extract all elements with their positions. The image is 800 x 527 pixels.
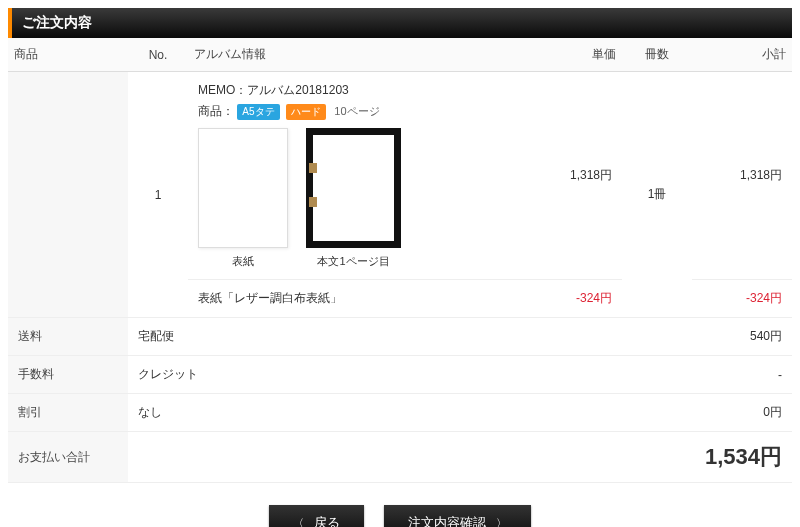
fee-method: クレジット xyxy=(128,356,692,394)
discount-label: 割引 xyxy=(8,394,128,432)
cell-product xyxy=(8,72,128,318)
thumb-page-wrap: 本文1ページ目 xyxy=(306,128,401,269)
cell-discount-label: 表紙「レザー調白布表紙」 xyxy=(188,280,542,318)
memo-value: アルバム20181203 xyxy=(247,83,348,97)
shipping-label: 送料 xyxy=(8,318,128,356)
confirm-button-label: 注文内容確認 xyxy=(408,514,486,527)
total-row: お支払い合計 1,534円 xyxy=(8,432,792,483)
th-qty: 冊数 xyxy=(622,38,692,72)
discount-method: なし xyxy=(128,394,692,432)
thumb-page xyxy=(306,128,401,248)
cell-discount-price: -324円 xyxy=(542,280,622,318)
thumb-cover xyxy=(198,128,288,248)
cell-discount-sub: -324円 xyxy=(692,280,792,318)
discount-row: 割引 なし 0円 xyxy=(8,394,792,432)
item-row: 1 MEMO：アルバム20181203 商品： A5タテ ハード 10ページ xyxy=(8,72,792,280)
total-spacer xyxy=(128,432,692,483)
cell-unit-price: 1,318円 xyxy=(542,72,622,280)
th-sub: 小計 xyxy=(692,38,792,72)
shipping-row: 送料 宅配便 540円 xyxy=(8,318,792,356)
button-row: 〈 戻る 注文内容確認 〉 xyxy=(8,483,792,527)
spec-line: 商品： A5タテ ハード 10ページ xyxy=(198,103,532,120)
back-button[interactable]: 〈 戻る xyxy=(269,505,364,527)
order-table: 商品 No. アルバム情報 単価 冊数 小計 1 MEMO：アルバム201812… xyxy=(8,38,792,483)
confirm-button[interactable]: 注文内容確認 〉 xyxy=(384,505,531,527)
badge-size: A5タテ xyxy=(237,104,279,120)
chevron-left-icon: 〈 xyxy=(293,516,304,528)
thumb-cover-wrap: 表紙 xyxy=(198,128,288,269)
section-heading: ご注文内容 xyxy=(8,8,792,38)
shipping-value: 540円 xyxy=(692,318,792,356)
total-value: 1,534円 xyxy=(692,432,792,483)
back-button-label: 戻る xyxy=(314,514,340,527)
fee-value: - xyxy=(692,356,792,394)
cell-qty: 1冊 xyxy=(622,72,692,318)
shipping-method: 宅配便 xyxy=(128,318,692,356)
th-no: No. xyxy=(128,38,188,72)
th-price: 単価 xyxy=(542,38,622,72)
thumb-page-caption: 本文1ページ目 xyxy=(317,254,389,269)
fee-label: 手数料 xyxy=(8,356,128,394)
discount-value: 0円 xyxy=(692,394,792,432)
total-label: お支払い合計 xyxy=(8,432,128,483)
th-info: アルバム情報 xyxy=(188,38,542,72)
memo-prefix: MEMO： xyxy=(198,83,247,97)
cell-info: MEMO：アルバム20181203 商品： A5タテ ハード 10ページ 表紙 xyxy=(188,72,542,280)
thumbnails: 表紙 本文1ページ目 xyxy=(198,128,532,269)
cell-no: 1 xyxy=(128,72,188,318)
fee-row: 手数料 クレジット - xyxy=(8,356,792,394)
chevron-right-icon: 〉 xyxy=(496,516,507,528)
page-count: 10ページ xyxy=(334,105,379,117)
spec-prefix: 商品： xyxy=(198,104,234,118)
cell-subtotal: 1,318円 xyxy=(692,72,792,280)
badge-type: ハード xyxy=(286,104,326,120)
memo-line: MEMO：アルバム20181203 xyxy=(198,82,532,99)
thumb-cover-caption: 表紙 xyxy=(232,254,254,269)
th-product: 商品 xyxy=(8,38,128,72)
